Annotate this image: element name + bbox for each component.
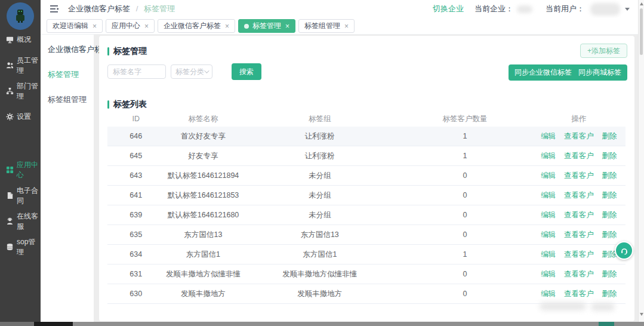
scroll-up-arrow-icon[interactable] — [640, 2, 643, 5]
switch-company-link[interactable]: 切换企业 — [433, 4, 464, 14]
row-tag-name: 发顺丰撒地方 — [164, 289, 242, 299]
breadcrumb-current: 标签管理 — [144, 4, 175, 13]
topbar: 企业微信客户标签 / 标签管理 切换企业 当前企业： 当前用户： — [41, 0, 638, 18]
sync-wechat-tags-button[interactable]: 同步企业微信标签 — [509, 64, 578, 81]
delete-link[interactable]: 删除 — [602, 191, 617, 199]
sidebar-item-staff[interactable]: 员工管理 — [0, 53, 41, 78]
row-tag-group: 东方国信13 — [242, 230, 398, 240]
edit-link[interactable]: 编辑 — [541, 191, 556, 199]
view-customers-link[interactable]: 查看客户 — [564, 230, 594, 239]
delete-link[interactable]: 删除 — [602, 270, 617, 278]
view-customers-link[interactable]: 查看客户 — [564, 171, 594, 180]
sidebar-item-settings[interactable]: 设置 — [0, 104, 41, 130]
edit-link[interactable]: 编辑 — [541, 152, 556, 160]
customer-service-float-button[interactable] — [615, 241, 633, 260]
chevron-down-icon[interactable] — [625, 8, 630, 11]
delete-link[interactable]: 删除 — [602, 132, 617, 140]
row-actions: 编辑 查看客户 删除 — [532, 210, 625, 220]
view-customers-link[interactable]: 查看客户 — [564, 152, 594, 160]
row-tag-name: 好友专享 — [164, 151, 242, 161]
view-customers-link[interactable]: 查看客户 — [564, 250, 594, 259]
breadcrumb-root[interactable]: 企业微信客户标签 — [68, 4, 130, 13]
horizontal-scrollbar-accent-segment — [599, 322, 614, 326]
row-tag-group: 发顺丰撒地方似懂非懂 — [242, 269, 398, 279]
collapse-menu-icon[interactable] — [50, 5, 60, 13]
edit-link[interactable]: 编辑 — [541, 171, 556, 180]
edit-link[interactable]: 编辑 — [541, 290, 556, 298]
edit-link[interactable]: 编辑 — [541, 230, 556, 239]
row-id: 639 — [107, 211, 164, 219]
delete-link[interactable]: 删除 — [602, 171, 617, 180]
row-id: 635 — [107, 230, 164, 239]
sidebar-item-department[interactable]: 部门管理 — [0, 78, 41, 104]
watermark-redacted — [540, 302, 586, 310]
close-icon[interactable]: × — [93, 23, 97, 30]
edit-link[interactable]: 编辑 — [541, 211, 556, 219]
add-tag-button[interactable]: +添加标签 — [580, 44, 627, 58]
sidebar-item-online-service[interactable]: 在线客服 — [0, 208, 41, 234]
view-customers-link[interactable]: 查看客户 — [564, 290, 594, 298]
table-row: 635 东方国信13 东方国信13 0 编辑 查看客户 删除 — [107, 225, 625, 245]
row-id: 634 — [107, 250, 164, 259]
close-icon[interactable]: × — [344, 23, 349, 30]
sidebar-item-sop[interactable]: sop管理 — [0, 234, 41, 260]
submenu-item-tag-management[interactable]: 标签管理 — [48, 69, 94, 80]
tab-welcome-editor[interactable]: 欢迎语编辑 × — [47, 19, 103, 33]
row-actions: 编辑 查看客户 删除 — [532, 289, 625, 299]
tab-app-center[interactable]: 应用中心 × — [106, 19, 155, 33]
horizontal-scrollbar-thumb[interactable] — [34, 322, 73, 326]
delete-link[interactable]: 删除 — [602, 152, 617, 160]
edit-link[interactable]: 编辑 — [541, 270, 556, 278]
secondary-sidebar: 企业微信客户标签 标签管理 标签组管理 — [41, 35, 94, 322]
row-id: 646 — [107, 132, 164, 140]
close-icon[interactable]: × — [225, 23, 229, 30]
tab-wechat-customer-tags[interactable]: 企业微信客户标签 × — [158, 19, 235, 33]
tag-category-select[interactable]: 标签分类 — [171, 64, 212, 79]
close-icon[interactable]: × — [144, 23, 149, 30]
delete-link[interactable]: 删除 — [602, 211, 617, 219]
view-customers-link[interactable]: 查看客户 — [564, 191, 594, 199]
vertical-scrollbar-thumb[interactable] — [640, 8, 643, 55]
col-id: ID — [107, 115, 164, 123]
chevron-down-icon — [204, 68, 209, 73]
sidebar-item-overview[interactable]: 概况 — [0, 27, 41, 53]
close-icon[interactable]: × — [285, 23, 289, 30]
view-customers-link[interactable]: 查看客户 — [564, 211, 594, 219]
tab-tag-management[interactable]: 标签管理 × — [238, 19, 295, 33]
delete-link[interactable]: 删除 — [602, 290, 617, 298]
section-tag-list: 标签列表 — [107, 99, 147, 110]
vertical-scrollbar[interactable] — [638, 0, 644, 322]
sidebar-item-app-center[interactable]: 应用中心 — [0, 157, 41, 183]
search-button[interactable]: 搜索 — [232, 63, 261, 80]
row-customer-count: 1 — [398, 132, 532, 140]
gear-icon — [6, 113, 14, 121]
primary-nav: 概况 员工管理 部门管理 设置 应用中心 电子合同 在线客服 sop — [0, 27, 41, 260]
grid-icon — [6, 166, 14, 174]
scroll-down-arrow-icon[interactable] — [640, 313, 643, 316]
row-actions: 编辑 查看客户 删除 — [532, 230, 625, 240]
edit-link[interactable]: 编辑 — [541, 250, 556, 259]
open-tabs-bar: 欢迎语编辑 × 应用中心 × 企业微信客户标签 × 标签管理 × 标签组管理 × — [41, 18, 638, 35]
edit-link[interactable]: 编辑 — [541, 132, 556, 140]
delete-link[interactable]: 删除 — [602, 230, 617, 239]
sidebar-item-e-contract[interactable]: 电子合同 — [0, 183, 41, 208]
submenu-item-tag-group-management[interactable]: 标签组管理 — [48, 94, 94, 105]
view-customers-link[interactable]: 查看客户 — [564, 270, 594, 278]
view-customers-link[interactable]: 查看客户 — [564, 132, 594, 140]
tag-name-input[interactable] — [107, 64, 166, 79]
tab-tag-group-management[interactable]: 标签组管理 × — [298, 19, 355, 33]
sync-mall-tags-button[interactable]: 同步商城标签 — [572, 64, 627, 81]
submenu-title: 企业微信客户标签 — [48, 44, 94, 55]
row-customer-count: 1 — [398, 250, 532, 259]
logo-figure-icon — [14, 8, 27, 24]
dashboard-icon — [6, 36, 14, 44]
row-tag-group: 让利涨粉 — [242, 151, 398, 161]
user-avatar[interactable] — [590, 3, 620, 16]
row-actions: 编辑 查看客户 删除 — [532, 250, 625, 260]
row-tag-name: 默认标签1646121680 — [164, 210, 242, 220]
row-customer-count: 0 — [398, 290, 532, 298]
horizontal-scrollbar[interactable] — [0, 322, 644, 326]
current-user-label: 当前用户： — [546, 4, 584, 14]
org-tree-icon — [6, 87, 14, 95]
breadcrumb-separator: / — [136, 4, 138, 13]
